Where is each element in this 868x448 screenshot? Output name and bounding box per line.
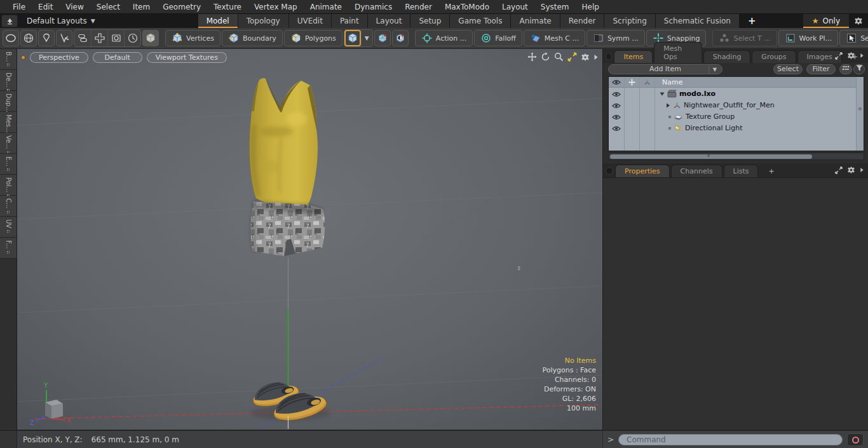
toolbox-tab-curve[interactable]: C...	[0, 196, 17, 217]
tab-items[interactable]: Items	[614, 50, 653, 63]
work-plane-button[interactable]: Work Pl...	[778, 30, 839, 46]
zoom-icon[interactable]	[554, 52, 564, 62]
expand-arrow-icon[interactable]	[666, 103, 670, 108]
menu-system[interactable]: System	[534, 3, 576, 11]
action-center-button[interactable]: Action ...	[415, 30, 473, 46]
pin-tool-button[interactable]	[38, 30, 55, 46]
tab-channels[interactable]: Channels	[671, 165, 722, 177]
boundary-mode-button[interactable]: Boundary	[222, 30, 283, 46]
vertices-mode-button[interactable]: Vertices	[165, 30, 220, 46]
pop-out-icon[interactable]	[835, 166, 843, 174]
add-panel-tab-button[interactable]: +	[759, 165, 783, 177]
pan-icon[interactable]	[527, 52, 537, 62]
item-list-horizontal-scrollbar[interactable]	[608, 153, 864, 160]
3d-viewport[interactable]: 7 E L	[17, 49, 602, 430]
tab-properties[interactable]: Properties	[615, 165, 670, 177]
item-mode-cube-button[interactable]	[142, 30, 159, 46]
gear-icon[interactable]	[581, 53, 590, 62]
filter-funnel-button[interactable]	[853, 64, 865, 74]
item-mode-dropdown-button[interactable]: ▼	[361, 30, 372, 46]
menu-geometry[interactable]: Geometry	[156, 3, 207, 11]
maximize-icon[interactable]	[567, 52, 577, 62]
panel-handle-icon[interactable]	[606, 167, 613, 175]
item-list-vertical-scrollbar[interactable]	[856, 77, 864, 151]
tab-lists[interactable]: Lists	[724, 165, 759, 177]
toolbox-tab-uv[interactable]: UV	[0, 217, 17, 238]
time-tool-button[interactable]	[124, 30, 140, 46]
selection-sets-button[interactable]: Selecti ...	[839, 30, 868, 46]
command-input[interactable]	[618, 434, 843, 445]
menu-layout[interactable]: Layout	[496, 3, 534, 11]
toolbox-tab-basic[interactable]: B...	[0, 49, 17, 70]
orbit-icon[interactable]	[541, 52, 550, 62]
clone-tool-button[interactable]	[74, 30, 91, 46]
menu-maxtomodo[interactable]: MaxToModo	[438, 3, 496, 11]
falloff-button[interactable]: Falloff	[474, 30, 522, 46]
tab-render[interactable]: Render	[560, 14, 605, 28]
pivot-mode-button[interactable]	[392, 30, 409, 46]
toolbox-tab-duplicate[interactable]: Dup...	[0, 91, 17, 112]
tab-schematic-fusion[interactable]: Schematic Fusion	[656, 14, 740, 28]
extend-tool-button[interactable]	[91, 30, 107, 46]
mesh-constraints-button[interactable]: Mesh C ...	[524, 30, 585, 46]
layout-preset-dropdown[interactable]: Default Layouts ▼	[19, 14, 103, 28]
region-tool-button[interactable]	[107, 30, 124, 46]
tab-scripting[interactable]: Scripting	[604, 14, 655, 28]
expand-arrow-icon[interactable]	[860, 53, 864, 58]
viewport-state-dot-icon[interactable]	[21, 55, 25, 60]
tab-uvedit[interactable]: UVEdit	[289, 14, 332, 28]
visibility-eye-icon[interactable]	[612, 103, 621, 109]
viewport-textures-button[interactable]: Viewport Textures	[147, 52, 227, 63]
panel-handle-icon[interactable]	[606, 53, 612, 60]
table-row[interactable]: Texture Group	[609, 111, 856, 123]
filter-button[interactable]: Filter	[806, 64, 836, 74]
menu-render[interactable]: Render	[398, 3, 438, 11]
center-mode-button[interactable]	[374, 30, 391, 46]
menu-dynamics[interactable]: Dynamics	[348, 3, 398, 11]
add-layout-tab-button[interactable]: +	[740, 14, 765, 28]
tab-mesh-ops[interactable]: Mesh Ops	[654, 42, 702, 63]
tab-layout[interactable]: Layout	[368, 14, 411, 28]
tab-animate[interactable]: Animate	[511, 14, 560, 28]
visibility-eye-icon[interactable]	[612, 126, 621, 132]
layout-up-button[interactable]	[1, 15, 18, 27]
menu-edit[interactable]: Edit	[32, 3, 59, 11]
list-options-button[interactable]	[839, 64, 852, 74]
tab-groups[interactable]: Groups	[752, 50, 796, 63]
menu-texture[interactable]: Texture	[207, 3, 248, 11]
layoutbar-gear-button[interactable]	[849, 14, 868, 28]
ellipse-tool-button[interactable]	[3, 30, 19, 46]
select-button[interactable]: Select	[773, 64, 803, 74]
symmetry-button[interactable]: Symm ...	[587, 30, 645, 46]
macro-record-button[interactable]	[847, 433, 864, 446]
pop-out-icon[interactable]	[835, 52, 843, 60]
collapse-arrow-icon[interactable]	[660, 92, 665, 97]
add-item-dropdown[interactable]: Add Item ▼	[608, 64, 722, 74]
gear-icon[interactable]	[847, 51, 855, 60]
menu-file[interactable]: File	[6, 3, 32, 11]
tab-model[interactable]: Model	[198, 14, 238, 28]
menu-help[interactable]: Help	[576, 3, 606, 11]
item-mode-active-button[interactable]	[344, 30, 361, 46]
menu-vertex-map[interactable]: Vertex Map	[248, 3, 304, 11]
expand-arrow-icon[interactable]	[593, 54, 599, 60]
toolbox-tab-vertex[interactable]: Ve...	[0, 133, 17, 154]
tab-setup[interactable]: Setup	[410, 14, 450, 28]
table-row[interactable]: Directional Light	[609, 123, 856, 134]
menu-view[interactable]: View	[59, 3, 90, 11]
toolbox-tab-edge[interactable]: E...	[0, 154, 17, 175]
tab-game-tools[interactable]: Game Tools	[450, 14, 511, 28]
toolbox-tab-falloff[interactable]: F...	[0, 238, 17, 259]
sphere-tool-button[interactable]	[20, 30, 37, 46]
visibility-eye-icon[interactable]	[612, 92, 621, 97]
lasso-tool-button[interactable]	[56, 30, 72, 46]
viewport-shading-button[interactable]: Default	[93, 52, 142, 63]
tab-paint[interactable]: Paint	[332, 14, 368, 28]
gear-icon[interactable]	[847, 166, 855, 174]
visibility-eye-icon[interactable]	[612, 114, 621, 120]
tab-topology[interactable]: Topology	[238, 14, 289, 28]
menu-animate[interactable]: Animate	[304, 3, 348, 11]
menu-select[interactable]: Select	[90, 3, 126, 11]
toolbox-tab-mesh[interactable]: Mes...	[0, 112, 17, 133]
toolbox-tab-deform[interactable]: De...	[0, 70, 17, 91]
